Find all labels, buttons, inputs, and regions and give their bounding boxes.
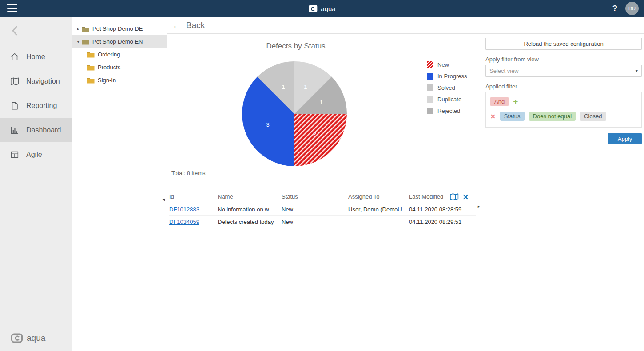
tree-item-label: Sign-In	[98, 77, 116, 84]
topbar-actions: ? DU	[612, 0, 639, 17]
map-icon[interactable]	[450, 193, 459, 201]
back-arrow-icon[interactable]: ←	[172, 20, 182, 31]
defects-pie-chart: 23111	[237, 56, 352, 172]
chevron-down-icon: ▾	[635, 68, 638, 74]
sidebar-item-agile[interactable]: Agile	[0, 142, 72, 167]
legend-item-duplicate: Duplicate	[427, 96, 467, 103]
aqua-logo-gray-icon	[11, 332, 23, 344]
table-row: DF1012883No information on w...NewUser, …	[169, 203, 476, 216]
pie-slice-new[interactable]	[294, 114, 347, 166]
folder-icon	[87, 52, 95, 58]
folder-icon	[87, 64, 95, 71]
total-items-label: Total: 8 items	[171, 170, 206, 176]
table-row: DF1034059Defects created todayNew04.11.2…	[169, 216, 476, 228]
sidebar-item-label: Reporting	[26, 102, 57, 110]
apply-filter-from-view-label: Apply filter from view	[485, 56, 642, 63]
brand-name: aqua	[321, 5, 335, 12]
reload-configuration-button[interactable]: Reload the saved configuration	[485, 38, 642, 50]
top-bar: aqua ? DU	[0, 0, 644, 17]
sidebar-item-label: Navigation	[26, 77, 60, 85]
expand-toggle-icon[interactable]: ▸	[75, 27, 82, 31]
defect-link[interactable]: DF1034059	[169, 219, 199, 225]
cell-last-modified: 04.11.2020 08:29:51	[409, 216, 475, 228]
column-header-assigned-to[interactable]: Assigned To	[348, 190, 409, 203]
column-header-id[interactable]: Id	[169, 190, 218, 203]
filter-condition-row: ✕ Status Does not equal Closed	[490, 112, 637, 121]
project-tree: ▸Pet Shop Demo DE▾Pet Shop Demo ENOrderi…	[72, 17, 167, 351]
folder-icon	[82, 26, 89, 32]
back-label[interactable]: Back	[186, 20, 205, 30]
sidebar-item-navigation[interactable]: Navigation	[0, 69, 72, 93]
filter-group-row: And +	[490, 97, 637, 106]
slice-value-label: 1	[319, 99, 322, 106]
sidebar-item-reporting[interactable]: Reporting	[0, 93, 72, 118]
chart-title: Defects by Status	[167, 42, 425, 51]
column-header-name[interactable]: Name	[218, 190, 282, 203]
close-icon[interactable]	[463, 194, 469, 200]
slice-value-label: 3	[266, 121, 269, 128]
sidebar-item-label: Agile	[26, 151, 42, 159]
legend-swatch	[427, 108, 433, 114]
tree-item-products[interactable]: Products	[72, 61, 167, 74]
legend-label: Duplicate	[437, 96, 461, 103]
footer-brand-name: aqua	[27, 333, 45, 343]
tree-item-label: Pet Shop Demo DE	[92, 25, 143, 32]
avatar[interactable]: DU	[625, 2, 639, 15]
condition-operator-chip[interactable]: Does not equal	[529, 112, 576, 121]
cell-name: No information on w...	[218, 203, 282, 216]
condition-value-chip[interactable]: Closed	[580, 112, 606, 121]
and-operator-chip[interactable]: And	[490, 97, 509, 106]
sidebar-item-home[interactable]: Home	[0, 44, 72, 69]
app-logo: aqua	[308, 0, 335, 17]
grid-header-icons	[450, 193, 469, 201]
sidebar-item-label: Home	[26, 53, 45, 61]
document-icon	[10, 101, 20, 111]
legend-item-new: New	[427, 61, 467, 68]
legend-swatch	[427, 73, 433, 80]
condition-field-chip[interactable]: Status	[500, 112, 525, 121]
legend-label: New	[437, 61, 449, 68]
defect-link[interactable]: DF1012883	[169, 206, 199, 213]
grid-header: IdNameStatusAssigned ToLast Modified	[169, 190, 476, 203]
tree-item-sign-in[interactable]: Sign-In	[72, 74, 167, 87]
column-header-status[interactable]: Status	[282, 190, 348, 203]
defects-grid: ◄ ► IdNameStatusAssigned ToLast Modified…	[169, 190, 476, 228]
remove-condition-icon[interactable]: ✕	[490, 113, 496, 120]
applied-filter-label: Applied filter	[485, 83, 642, 90]
bar-chart-icon	[10, 125, 20, 135]
cell-status: New	[282, 203, 348, 216]
cell-name: Defects created today	[218, 216, 282, 228]
menu-icon[interactable]	[7, 4, 17, 12]
tree-item-pet-shop-demo-en[interactable]: ▾Pet Shop Demo EN	[72, 35, 167, 48]
tree-item-label: Products	[98, 64, 120, 71]
chart-legend: NewIn ProgressSolvedDuplicateRejected	[427, 61, 467, 119]
legend-label: In Progress	[437, 73, 467, 80]
scroll-left-icon[interactable]: ◄	[162, 197, 166, 202]
slice-value-label: 1	[282, 84, 285, 90]
tree-item-ordering[interactable]: Ordering	[72, 48, 167, 61]
aqua-logo-icon	[308, 4, 318, 13]
apply-button[interactable]: Apply	[608, 133, 642, 144]
slice-value-label: 1	[304, 84, 307, 90]
sidebar-item-label: Dashboard	[26, 126, 61, 134]
sidebar-footer-logo: aqua	[11, 332, 45, 344]
tree-item-pet-shop-demo-de[interactable]: ▸Pet Shop Demo DE	[72, 22, 167, 35]
legend-item-rejected: Rejected	[427, 108, 467, 114]
cell-status: New	[282, 216, 348, 228]
filter-builder: And + ✕ Status Does not equal Closed	[485, 92, 642, 128]
back-header: ← Back	[167, 17, 644, 34]
sidebar-item-dashboard[interactable]: Dashboard	[0, 118, 72, 142]
legend-item-in-progress: In Progress	[427, 73, 467, 80]
legend-item-solved: Solved	[427, 84, 467, 91]
cell-assigned-to: User, Demo (DemoU...	[348, 203, 409, 216]
filter-panel: Reload the saved configuration Apply fil…	[481, 34, 644, 351]
add-condition-icon[interactable]: +	[513, 97, 518, 106]
view-select[interactable]: Select view ▾	[485, 65, 642, 77]
sidebar: Home Navigation Reporting Dashboard Agil…	[0, 17, 72, 351]
legend-swatch	[427, 61, 433, 68]
chevron-left-icon	[12, 26, 17, 36]
collapse-toggle-icon[interactable]: ▾	[75, 40, 82, 44]
tree-item-label: Ordering	[98, 51, 120, 58]
help-icon[interactable]: ?	[612, 4, 617, 13]
sidebar-collapse-icon[interactable]	[0, 17, 72, 44]
